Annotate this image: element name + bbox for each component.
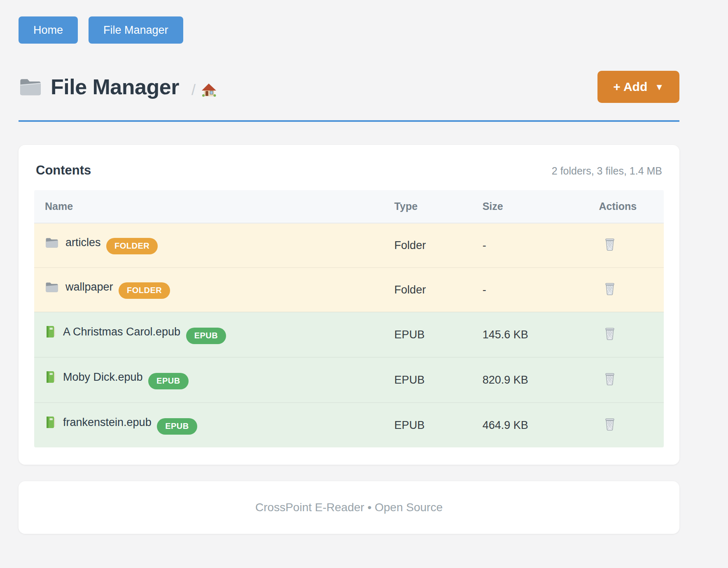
item-type: EPUB [384, 357, 472, 403]
contents-card-header: Contents 2 folders, 3 files, 1.4 MB [34, 160, 664, 178]
table-header-row: Name Type Size Actions [34, 190, 664, 223]
item-size: 145.6 KB [472, 312, 588, 357]
trash-icon [604, 417, 616, 431]
delete-button[interactable] [604, 372, 616, 386]
table-row: frankenstein.epub EPUB EPUB 464.9 KB [34, 403, 664, 447]
column-header-size: Size [472, 190, 588, 223]
table-row: articles FOLDER Folder - [34, 223, 664, 268]
page-header: File Manager / + Add ▼ [19, 71, 679, 103]
add-button-label: + Add [613, 80, 647, 94]
type-badge: EPUB [157, 418, 197, 435]
item-size: 464.9 KB [472, 403, 588, 447]
folder-link[interactable]: wallpaper [45, 281, 113, 293]
contents-summary: 2 folders, 3 files, 1.4 MB [552, 165, 662, 177]
table-row: Moby Dick.epub EPUB EPUB 820.9 KB [34, 357, 664, 403]
item-name: wallpaper [65, 281, 113, 293]
trash-icon [604, 372, 616, 386]
caret-down-icon: ▼ [655, 82, 664, 92]
item-size: - [472, 268, 588, 312]
folder-icon [19, 77, 42, 97]
item-name: Moby Dick.epub [63, 371, 143, 384]
book-icon [45, 325, 56, 338]
delete-button[interactable] [604, 326, 616, 340]
delete-button[interactable] [604, 417, 616, 431]
footer-text: CrossPoint E-Reader • Open Source [255, 501, 443, 514]
column-header-type: Type [384, 190, 472, 223]
item-type: EPUB [384, 312, 472, 357]
page-title-text: File Manager [51, 74, 179, 99]
footer: CrossPoint E-Reader • Open Source [19, 481, 679, 534]
file-link[interactable]: Moby Dick.epub [45, 370, 143, 384]
book-icon [45, 416, 56, 429]
header-divider [19, 120, 679, 122]
trash-icon [604, 326, 616, 340]
page: Home File Manager File Manager / [19, 0, 679, 534]
home-button[interactable]: Home [19, 16, 78, 44]
file-table: Name Type Size Actions [34, 190, 664, 447]
folder-icon [45, 237, 59, 249]
table-row: wallpaper FOLDER Folder - [34, 268, 664, 312]
item-name: frankenstein.epub [63, 416, 152, 429]
file-manager-button[interactable]: File Manager [89, 16, 183, 44]
folder-link[interactable]: articles [45, 236, 101, 249]
column-header-actions: Actions [588, 190, 664, 223]
breadcrumb: / [191, 75, 217, 99]
type-badge: EPUB [148, 373, 189, 389]
item-type: EPUB [384, 403, 472, 447]
item-name: articles [65, 236, 101, 249]
folder-icon [45, 281, 59, 293]
item-name: A Christmas Carol.epub [63, 326, 180, 338]
item-type: Folder [384, 223, 472, 268]
top-nav: Home File Manager [19, 16, 679, 44]
delete-button[interactable] [604, 282, 616, 296]
page-title: File Manager [19, 74, 179, 99]
type-badge: FOLDER [119, 282, 170, 299]
table-row: A Christmas Carol.epub EPUB EPUB 145.6 K… [34, 312, 664, 357]
contents-heading: Contents [36, 163, 91, 178]
type-badge: FOLDER [106, 238, 158, 254]
book-icon [45, 370, 56, 384]
trash-icon [604, 282, 616, 296]
file-table-wrap: Name Type Size Actions [34, 190, 664, 447]
contents-card: Contents 2 folders, 3 files, 1.4 MB Name… [19, 145, 679, 465]
type-badge: EPUB [186, 328, 226, 344]
breadcrumb-separator: / [191, 81, 196, 99]
file-link[interactable]: A Christmas Carol.epub [45, 325, 180, 338]
delete-button[interactable] [604, 237, 616, 251]
file-link[interactable]: frankenstein.epub [45, 416, 152, 429]
home-icon[interactable] [201, 82, 217, 98]
item-type: Folder [384, 268, 472, 312]
column-header-name: Name [34, 190, 384, 223]
trash-icon [604, 237, 616, 251]
item-size: 820.9 KB [472, 357, 588, 403]
item-size: - [472, 223, 588, 268]
add-button[interactable]: + Add ▼ [597, 71, 679, 103]
